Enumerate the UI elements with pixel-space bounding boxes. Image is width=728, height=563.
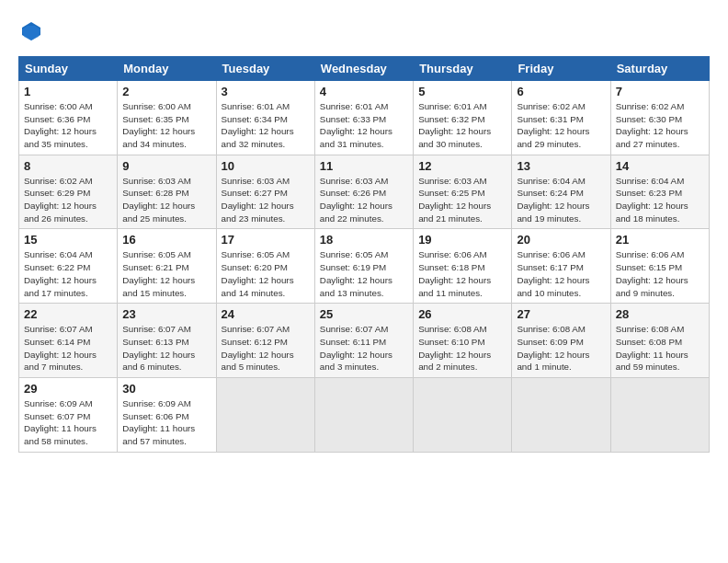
calendar-cell: 15 Sunrise: 6:04 AMSunset: 6:22 PMDaylig…: [19, 229, 118, 304]
day-number: 9: [122, 159, 210, 173]
day-detail: Sunrise: 6:00 AMSunset: 6:35 PMDaylight:…: [122, 100, 210, 151]
calendar-cell: 22 Sunrise: 6:07 AMSunset: 6:14 PMDaylig…: [19, 304, 118, 378]
weekday-header-sunday: Sunday: [19, 56, 118, 80]
calendar-cell: 21 Sunrise: 6:06 AMSunset: 6:15 PMDaylig…: [610, 229, 709, 304]
logo-icon: [20, 20, 42, 42]
day-number: 26: [418, 307, 506, 321]
calendar-cell: 3 Sunrise: 6:01 AMSunset: 6:34 PMDayligh…: [216, 80, 314, 155]
calendar-cell: 20 Sunrise: 6:06 AMSunset: 6:17 PMDaylig…: [512, 229, 610, 304]
weekday-header-monday: Monday: [118, 56, 216, 80]
day-detail: Sunrise: 6:08 AMSunset: 6:09 PMDaylight:…: [517, 323, 605, 373]
day-detail: Sunrise: 6:08 AMSunset: 6:10 PMDaylight:…: [418, 323, 506, 373]
calendar-row-5: 29 Sunrise: 6:09 AMSunset: 6:07 PMDaylig…: [19, 378, 710, 453]
day-detail: Sunrise: 6:01 AMSunset: 6:32 PMDaylight:…: [418, 100, 506, 151]
day-number: 6: [517, 85, 605, 98]
calendar-cell: [216, 378, 314, 453]
calendar-cell: [512, 378, 610, 453]
weekday-header-friday: Friday: [512, 56, 610, 80]
weekday-header-saturday: Saturday: [610, 56, 709, 80]
calendar-cell: 30 Sunrise: 6:09 AMSunset: 6:06 PMDaylig…: [118, 378, 216, 453]
day-number: 14: [616, 159, 704, 173]
calendar-cell: 24 Sunrise: 6:07 AMSunset: 6:12 PMDaylig…: [216, 304, 314, 378]
day-number: 15: [24, 233, 112, 247]
day-detail: Sunrise: 6:05 AMSunset: 6:19 PMDaylight:…: [320, 248, 408, 299]
day-detail: Sunrise: 6:04 AMSunset: 6:23 PMDaylight:…: [616, 175, 704, 225]
calendar-cell: 19 Sunrise: 6:06 AMSunset: 6:18 PMDaylig…: [414, 229, 512, 304]
day-number: 19: [418, 233, 506, 247]
calendar-cell: 11 Sunrise: 6:03 AMSunset: 6:26 PMDaylig…: [314, 155, 413, 229]
weekday-header-thursday: Thursday: [414, 56, 512, 80]
calendar-cell: 18 Sunrise: 6:05 AMSunset: 6:19 PMDaylig…: [314, 229, 413, 304]
day-number: 12: [418, 159, 506, 173]
calendar-cell: 9 Sunrise: 6:03 AMSunset: 6:28 PMDayligh…: [118, 155, 216, 229]
day-detail: Sunrise: 6:03 AMSunset: 6:27 PMDaylight:…: [222, 175, 310, 225]
day-detail: Sunrise: 6:03 AMSunset: 6:25 PMDaylight:…: [418, 175, 506, 225]
calendar-cell: [414, 378, 512, 453]
calendar-cell: 26 Sunrise: 6:08 AMSunset: 6:10 PMDaylig…: [414, 304, 512, 378]
day-detail: Sunrise: 6:06 AMSunset: 6:15 PMDaylight:…: [616, 248, 704, 299]
day-number: 28: [616, 307, 704, 321]
day-detail: Sunrise: 6:09 AMSunset: 6:06 PMDaylight:…: [122, 397, 210, 448]
day-detail: Sunrise: 6:07 AMSunset: 6:11 PMDaylight:…: [320, 323, 408, 373]
calendar-row-4: 22 Sunrise: 6:07 AMSunset: 6:14 PMDaylig…: [19, 304, 710, 378]
calendar-cell: 2 Sunrise: 6:00 AMSunset: 6:35 PMDayligh…: [118, 80, 216, 155]
calendar-cell: 23 Sunrise: 6:07 AMSunset: 6:13 PMDaylig…: [118, 304, 216, 378]
day-detail: Sunrise: 6:09 AMSunset: 6:07 PMDaylight:…: [24, 397, 112, 448]
day-detail: Sunrise: 6:06 AMSunset: 6:17 PMDaylight:…: [517, 248, 605, 299]
day-number: 11: [320, 159, 408, 173]
calendar-cell: [610, 378, 709, 453]
day-number: 13: [517, 159, 605, 173]
day-detail: Sunrise: 6:04 AMSunset: 6:22 PMDaylight:…: [24, 248, 112, 299]
calendar-table: SundayMondayTuesdayWednesdayThursdayFrid…: [18, 56, 710, 453]
day-number: 29: [24, 382, 112, 396]
day-number: 22: [24, 307, 112, 321]
svg-marker-1: [22, 26, 40, 40]
day-detail: Sunrise: 6:03 AMSunset: 6:26 PMDaylight:…: [320, 175, 408, 225]
weekday-header-wednesday: Wednesday: [314, 56, 413, 80]
day-number: 1: [24, 85, 112, 98]
day-detail: Sunrise: 6:02 AMSunset: 6:31 PMDaylight:…: [517, 100, 605, 151]
day-number: 20: [517, 233, 605, 247]
day-number: 23: [122, 307, 210, 321]
day-number: 16: [122, 233, 210, 247]
weekday-header-row: SundayMondayTuesdayWednesdayThursdayFrid…: [19, 56, 710, 80]
day-number: 21: [616, 233, 704, 247]
day-number: 18: [320, 233, 408, 247]
day-detail: Sunrise: 6:00 AMSunset: 6:36 PMDaylight:…: [24, 100, 112, 151]
calendar-cell: 4 Sunrise: 6:01 AMSunset: 6:33 PMDayligh…: [314, 80, 413, 155]
day-number: 3: [222, 85, 310, 98]
calendar-cell: 16 Sunrise: 6:05 AMSunset: 6:21 PMDaylig…: [118, 229, 216, 304]
day-number: 4: [320, 85, 408, 98]
calendar-row-2: 8 Sunrise: 6:02 AMSunset: 6:29 PMDayligh…: [19, 155, 710, 229]
calendar-cell: 5 Sunrise: 6:01 AMSunset: 6:32 PMDayligh…: [414, 80, 512, 155]
calendar-cell: [314, 378, 413, 453]
day-detail: Sunrise: 6:03 AMSunset: 6:28 PMDaylight:…: [122, 175, 210, 225]
day-number: 24: [222, 307, 310, 321]
day-number: 30: [122, 382, 210, 396]
calendar-cell: 27 Sunrise: 6:08 AMSunset: 6:09 PMDaylig…: [512, 304, 610, 378]
day-detail: Sunrise: 6:04 AMSunset: 6:24 PMDaylight:…: [517, 175, 605, 225]
calendar-cell: 17 Sunrise: 6:05 AMSunset: 6:20 PMDaylig…: [216, 229, 314, 304]
logo: [18, 20, 42, 47]
day-detail: Sunrise: 6:01 AMSunset: 6:34 PMDaylight:…: [222, 100, 310, 151]
day-number: 5: [418, 85, 506, 98]
day-detail: Sunrise: 6:05 AMSunset: 6:20 PMDaylight:…: [222, 248, 310, 299]
day-number: 17: [222, 233, 310, 247]
day-detail: Sunrise: 6:07 AMSunset: 6:12 PMDaylight:…: [222, 323, 310, 373]
day-detail: Sunrise: 6:08 AMSunset: 6:08 PMDaylight:…: [616, 323, 704, 373]
calendar-cell: 13 Sunrise: 6:04 AMSunset: 6:24 PMDaylig…: [512, 155, 610, 229]
day-number: 8: [24, 159, 112, 173]
day-detail: Sunrise: 6:07 AMSunset: 6:13 PMDaylight:…: [122, 323, 210, 373]
calendar-cell: 25 Sunrise: 6:07 AMSunset: 6:11 PMDaylig…: [314, 304, 413, 378]
page: SundayMondayTuesdayWednesdayThursdayFrid…: [0, 0, 728, 462]
day-number: 27: [517, 307, 605, 321]
calendar-cell: 1 Sunrise: 6:00 AMSunset: 6:36 PMDayligh…: [19, 80, 118, 155]
day-number: 10: [222, 159, 310, 173]
day-detail: Sunrise: 6:02 AMSunset: 6:30 PMDaylight:…: [616, 100, 704, 151]
calendar-cell: 12 Sunrise: 6:03 AMSunset: 6:25 PMDaylig…: [414, 155, 512, 229]
calendar-cell: 29 Sunrise: 6:09 AMSunset: 6:07 PMDaylig…: [19, 378, 118, 453]
day-number: 7: [616, 85, 704, 98]
calendar-row-3: 15 Sunrise: 6:04 AMSunset: 6:22 PMDaylig…: [19, 229, 710, 304]
header: [18, 17, 710, 47]
calendar-cell: 6 Sunrise: 6:02 AMSunset: 6:31 PMDayligh…: [512, 80, 610, 155]
